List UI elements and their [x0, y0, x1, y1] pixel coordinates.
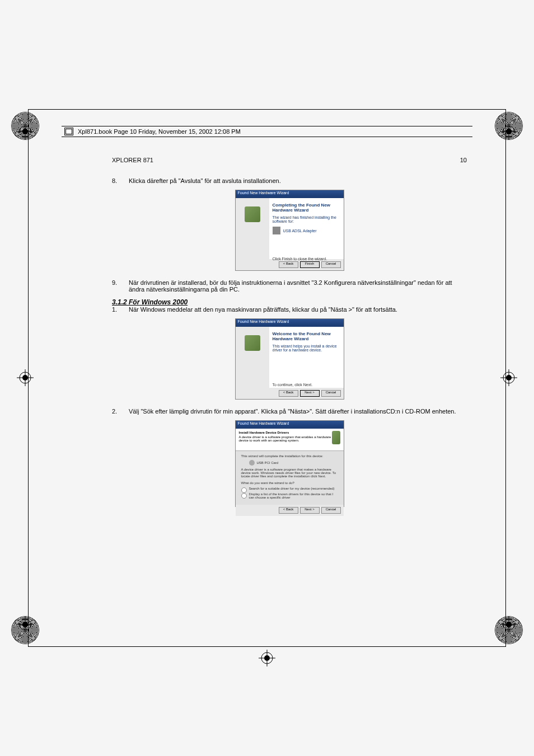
back-button: < Back [279, 261, 298, 268]
wizard-heading: Welcome to the Found New Hardware Wizard [273, 331, 340, 341]
wizard-device: USB PCI Card [257, 461, 279, 464]
list-text: När drivrutinen är installerad, bör du f… [129, 279, 467, 293]
next-button: Next > [300, 390, 320, 397]
next-button: Next > [300, 507, 320, 514]
list-number: 2. [112, 408, 129, 415]
list-text: När Windows meddelar att den nya maskinv… [129, 306, 467, 313]
list-text: Klicka därefter på "Avsluta" för att avs… [129, 177, 467, 184]
wizard-titlebar: Found New Hardware Wizard [236, 421, 344, 429]
radio-option-1: Search for a suitable driver for my devi… [241, 487, 338, 490]
back-button: < Back [279, 507, 298, 514]
wizard-titlebar: Found New Hardware Wizard [236, 190, 344, 198]
wizard-device: USB ADSL Adapter [283, 229, 317, 233]
wizard-titlebar: Found New Hardware Wizard [236, 319, 344, 327]
wizard-screenshot-2: Found New Hardware Wizard Welcome to the… [235, 318, 344, 400]
list-item-2: 2. Välj "Sök efter lämplig drivrutin för… [112, 408, 467, 415]
list-number: 8. [112, 177, 129, 184]
wizard-screenshot-3: Found New Hardware Wizard Install Hardwa… [235, 420, 344, 507]
device-icon [249, 460, 255, 466]
wizard-text: A device driver is a software program th… [241, 468, 338, 478]
wizard-icon [245, 206, 260, 222]
cancel-button: Cancel [321, 390, 341, 397]
document-content: XPLORER 871 10 8. Klicka därefter på "Av… [112, 157, 467, 515]
print-header-text: Xpl871.book Page 10 Friday, November 15,… [78, 128, 241, 135]
radio-option-2: Display a list of the known drivers for … [241, 492, 338, 499]
wizard-text: The wizard has finished installing the s… [273, 215, 340, 223]
finish-button: Finish [300, 261, 320, 268]
wizard-text: This wizard helps you install a device d… [273, 344, 340, 352]
list-item-1: 1. När Windows meddelar att den nya mask… [112, 306, 467, 313]
registration-mark [259, 650, 275, 666]
cancel-button: Cancel [321, 261, 341, 268]
wizard-heading: Completing the Found New Hardware Wizard [273, 203, 340, 213]
wizard-screenshot-1: Found New Hardware Wizard Completing the… [235, 190, 344, 271]
list-item-9: 9. När drivrutinen är installerad, bör d… [112, 279, 467, 293]
hardware-icon [273, 227, 280, 234]
print-header: Xpl871.book Page 10 Friday, November 15,… [62, 126, 472, 137]
back-button: < Back [279, 390, 298, 397]
wizard-icon [245, 335, 260, 351]
list-text: Välj "Sök efter lämplig drivrutin för mi… [129, 408, 467, 415]
wizard-header-title: Install Hardware Device Drivers [239, 431, 332, 434]
wizard-icon [332, 431, 340, 444]
wizard-text: Click Finish to close the wizard. [273, 257, 340, 261]
list-number: 9. [112, 279, 129, 293]
wizard-text: This wizard will complete the installati… [241, 454, 338, 458]
book-icon [64, 128, 73, 135]
list-item-8: 8. Klicka därefter på "Avsluta" för att … [112, 177, 467, 184]
section-heading: 3.1.2 För Windows 2000 [112, 298, 467, 306]
wizard-text: What do you want the wizard to do? [241, 481, 338, 485]
doc-title: XPLORER 871 [112, 157, 153, 163]
wizard-text: To continue, click Next. [273, 383, 340, 387]
cancel-button: Cancel [321, 507, 341, 514]
list-number: 1. [112, 306, 129, 313]
page-number: 10 [460, 157, 467, 163]
wizard-header-sub: A device driver is a software program th… [239, 435, 332, 442]
